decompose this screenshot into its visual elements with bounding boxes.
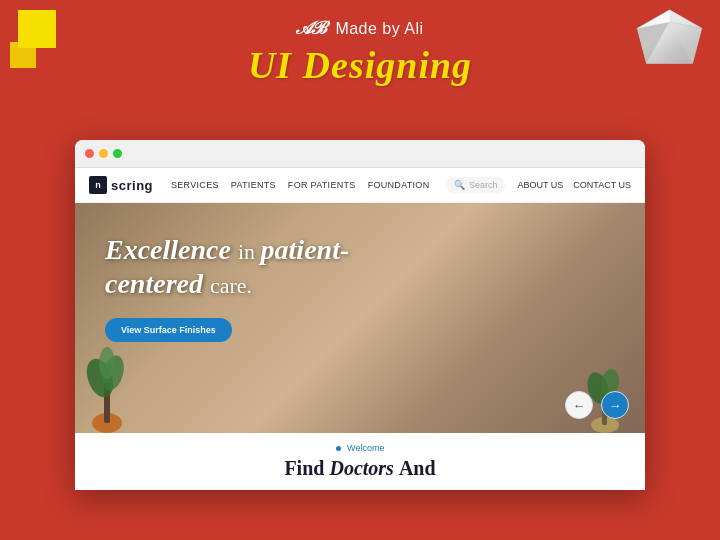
site-logo: n scring (89, 176, 153, 194)
author-logo-icon: 𝒜ℬ (296, 18, 327, 39)
nav-for-patients[interactable]: FOR PATIENTS (288, 180, 356, 190)
nav-links: SERVICES PATIENTS FOR PATIENTS FOUNDATIO… (171, 180, 446, 190)
browser-dot-close[interactable] (85, 149, 94, 158)
site-navbar: n scring SERVICES PATIENTS FOR PATIENTS … (75, 168, 645, 203)
nav-services[interactable]: SERVICES (171, 180, 219, 190)
hero-title-patient: patient- (261, 234, 350, 265)
welcome-dot (336, 446, 341, 451)
next-arrow-button[interactable]: → (601, 391, 629, 419)
hero-title-care: care. (210, 273, 252, 298)
prev-arrow-button[interactable]: ← (565, 391, 593, 419)
find-title-doctors: Doctors (329, 457, 398, 479)
hero-section: Excellence in patient- centered care. Vi… (75, 203, 645, 433)
nav-patients[interactable]: PATIENTS (231, 180, 276, 190)
find-title-find: Find (284, 457, 324, 479)
nav-foundation[interactable]: FOUNDATION (368, 180, 430, 190)
nav-contact-us[interactable]: CONTACT US (573, 180, 631, 190)
browser-dot-maximize[interactable] (113, 149, 122, 158)
browser-dot-minimize[interactable] (99, 149, 108, 158)
plant-left-icon (85, 343, 130, 433)
made-by-label: Made by Ali (335, 20, 423, 38)
hero-title-centered: centered (105, 268, 203, 299)
hero-title-excellence: Excellence (105, 234, 231, 265)
search-box[interactable]: 🔍 Search (446, 177, 506, 193)
page-title: UI Designing (0, 43, 720, 87)
welcome-text-label: Welcome (347, 443, 384, 453)
welcome-label: Welcome (95, 443, 625, 453)
site-name: scring (111, 178, 153, 193)
made-by-row: 𝒜ℬ Made by Ali (0, 18, 720, 39)
nav-right: 🔍 Search ABOUT US CONTACT US (446, 177, 631, 193)
find-title-and: And (399, 457, 436, 479)
logo-letter: n (95, 180, 101, 190)
hero-content: Excellence in patient- centered care. Vi… (105, 233, 615, 342)
search-placeholder: Search (469, 180, 498, 190)
hero-title-in: in (238, 239, 261, 264)
logo-box-icon: n (89, 176, 107, 194)
browser-mockup: n scring SERVICES PATIENTS FOR PATIENTS … (75, 140, 645, 490)
carousel-arrows: ← → (565, 391, 629, 419)
below-hero-section: Welcome Find Doctors And (75, 433, 645, 490)
page-header: 𝒜ℬ Made by Ali UI Designing (0, 18, 720, 87)
browser-chrome (75, 140, 645, 168)
search-icon: 🔍 (454, 180, 465, 190)
nav-right-links: ABOUT US CONTACT US (517, 180, 631, 190)
cta-button[interactable]: View Surface Finishes (105, 318, 232, 342)
hero-title: Excellence in patient- centered care. (105, 233, 425, 300)
find-title: Find Doctors And (95, 457, 625, 480)
svg-point-12 (99, 347, 115, 379)
nav-about-us[interactable]: ABOUT US (517, 180, 563, 190)
